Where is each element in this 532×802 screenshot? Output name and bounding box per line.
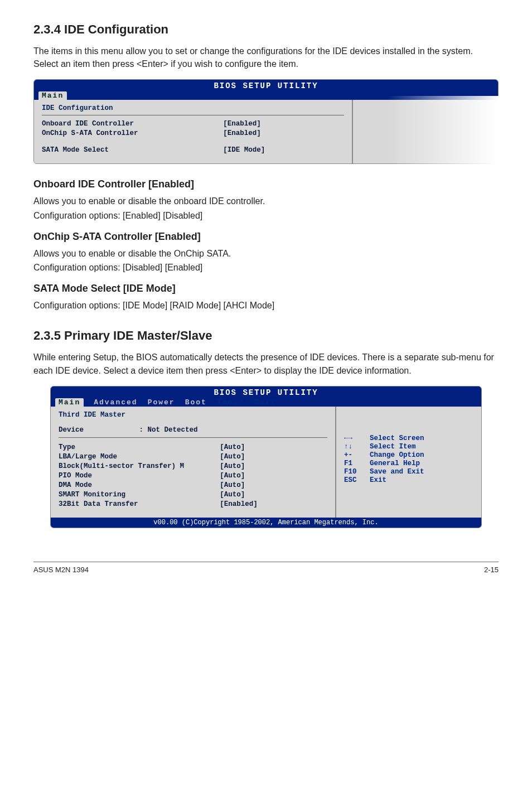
bios-left-pane: IDE Configuration Onboard IDE Controller…	[34, 100, 353, 163]
subheading: OnChip S-ATA Controller [Enabled]	[33, 231, 499, 243]
section-title-235: 2.3.5 Primary IDE Master/Slave	[33, 328, 499, 343]
help-key-plusminus-icon: +-	[344, 451, 370, 459]
help-key-arrows-ud-icon: ↑↓	[344, 443, 370, 451]
bios-row[interactable]: 32Bit Data Transfer [Enabled]	[59, 500, 327, 508]
tab-advanced[interactable]: Advanced	[94, 398, 137, 407]
bios-row-value: [Auto]	[220, 453, 327, 461]
bios-row-label: SMART Monitoring	[59, 491, 220, 499]
device-value: : Not Detected	[139, 426, 327, 434]
bios-header: BIOS SETUP UTILITY Main Advanced Power B…	[51, 386, 481, 407]
help-row: ↑↓Select Item	[344, 443, 473, 451]
tab-exit[interactable]: Exit	[254, 398, 276, 407]
subheading: SATA Mode Select [IDE Mode]	[33, 283, 499, 294]
bios-row[interactable]: SATA Mode Select [IDE Mode]	[42, 146, 344, 154]
help-text: Save and Exit	[370, 468, 424, 476]
help-key-f10: F10	[344, 468, 370, 476]
bios-row-value: [Enabled]	[223, 120, 344, 128]
help-row: ESCExit	[344, 476, 473, 484]
tab-main[interactable]: Main	[55, 398, 84, 407]
bios-device-row: Device : Not Detected	[59, 426, 327, 438]
bios-row[interactable]: Block(Multi-sector Transfer) M [Auto]	[59, 462, 327, 470]
bios-row-value: [Enabled]	[223, 129, 344, 137]
bios-row-label: DMA Mode	[59, 481, 220, 489]
bios-row-value: [Auto]	[220, 462, 327, 470]
bios-row[interactable]: SMART Monitoring [Auto]	[59, 491, 327, 499]
bios-row[interactable]: LBA/Large Mode [Auto]	[59, 453, 327, 461]
sub-body: Configuration options: [Disabled] [Enabl…	[33, 261, 499, 274]
help-text: Select Screen	[370, 434, 424, 442]
sub-body: Configuration options: [Enabled] [Disabl…	[33, 209, 499, 222]
bios-row-label: Block(Multi-sector Transfer) M	[59, 462, 220, 470]
help-key-esc: ESC	[344, 476, 370, 484]
bios-right-pane: ←→Select Screen ↑↓Select Item +-Change O…	[336, 407, 481, 518]
help-text: Exit	[370, 476, 386, 484]
tab-power[interactable]: Power	[148, 398, 175, 407]
bios-row[interactable]: Onboard IDE Controller [Enabled]	[42, 120, 344, 128]
bios-row-value: [Auto]	[220, 481, 327, 489]
bios-row-label: Onboard IDE Controller	[42, 120, 223, 128]
section-intro-235: While entering Setup, the BIOS automatic…	[33, 351, 499, 376]
bios-footer: v00.00 (C)Copyright 1985-2002, American …	[51, 518, 481, 528]
bios-left-pane: Third IDE Master Device : Not Detected T…	[51, 407, 336, 518]
bios-group-title: IDE Configuration	[42, 104, 344, 115]
bios-row-label: OnChip S-ATA Controller	[42, 129, 223, 137]
subheading: Onboard IDE Controller [Enabled]	[33, 178, 499, 190]
section-title-234: 2.3.4 IDE Configuration	[33, 22, 499, 37]
tab-boot[interactable]: Boot	[185, 398, 207, 407]
bios-panel-235: BIOS SETUP UTILITY Main Advanced Power B…	[50, 386, 482, 528]
bios-right-pane	[353, 100, 498, 163]
bios-row[interactable]: Type [Auto]	[59, 443, 327, 451]
help-row: F1General Help	[344, 460, 473, 467]
device-label: Device	[59, 426, 139, 434]
bios-row[interactable]: OnChip S-ATA Controller [Enabled]	[42, 129, 344, 137]
bios-row-label: SATA Mode Select	[42, 146, 223, 154]
bios-header: BIOS SETUP UTILITY Main	[34, 80, 498, 100]
bios-row[interactable]: PIO Mode [Auto]	[59, 472, 327, 480]
footer-right: 2-15	[484, 566, 499, 574]
help-row: F10Save and Exit	[344, 468, 473, 476]
page-footer: ASUS M2N 1394 2-15	[33, 566, 499, 574]
help-key-arrows-lr-icon: ←→	[344, 434, 370, 442]
bios-row-value: [Auto]	[220, 443, 327, 451]
bios-row-value: [IDE Mode]	[223, 146, 344, 154]
bios-row-label: 32Bit Data Transfer	[59, 500, 220, 508]
tab-main[interactable]: Main	[38, 91, 67, 100]
sub-body: Allows you to enable or disable the onbo…	[33, 195, 499, 207]
sub-body: Configuration options: [IDE Mode] [RAID …	[33, 299, 499, 312]
help-text: Select Item	[370, 443, 416, 451]
bios-header-title: BIOS SETUP UTILITY	[214, 81, 318, 90]
bios-panel-234: BIOS SETUP UTILITY Main IDE Configuratio…	[33, 79, 499, 164]
bios-row-value: [Enabled]	[220, 500, 327, 508]
help-row: ←→Select Screen	[344, 434, 473, 442]
bios-header-title: BIOS SETUP UTILITY	[214, 388, 318, 397]
bios-row-value: [Auto]	[220, 491, 327, 499]
footer-divider	[33, 562, 499, 562]
bios-group-title: Third IDE Master	[59, 411, 327, 422]
tab-tools[interactable]: Tools	[217, 398, 244, 407]
bios-row-label: Type	[59, 443, 220, 451]
section-intro-234: The items in this menu allow you to set …	[33, 45, 499, 70]
footer-left: ASUS M2N 1394	[33, 566, 89, 574]
help-row: +-Change Option	[344, 451, 473, 459]
bios-row-label: LBA/Large Mode	[59, 453, 220, 461]
help-key-f1: F1	[344, 460, 370, 467]
bios-row-label: PIO Mode	[59, 472, 220, 480]
help-text: General Help	[370, 460, 420, 467]
bios-row-value: [Auto]	[220, 472, 327, 480]
bios-row[interactable]: DMA Mode [Auto]	[59, 481, 327, 489]
sub-body: Allows you to enable or disable the OnCh…	[33, 247, 499, 260]
help-text: Change Option	[370, 451, 424, 459]
